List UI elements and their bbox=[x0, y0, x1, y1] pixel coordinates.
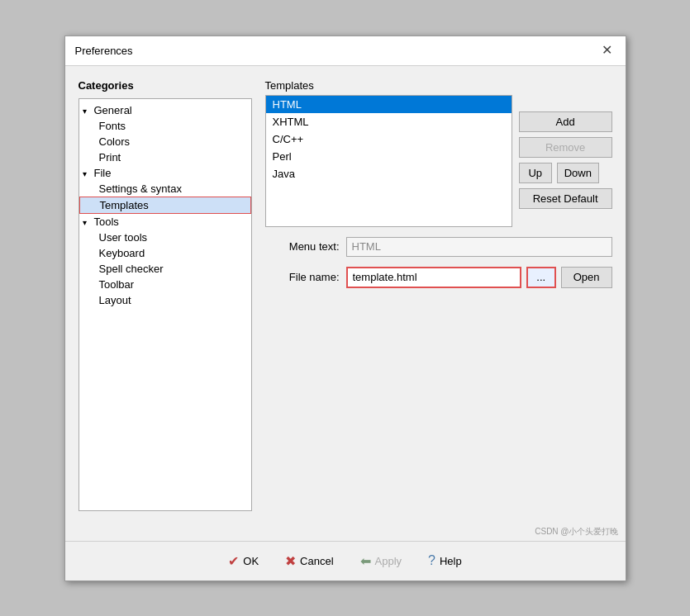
dialog-title: Preferences bbox=[75, 45, 133, 57]
file-name-label: File name: bbox=[265, 271, 340, 283]
sidebar-item-layout[interactable]: Layout bbox=[79, 292, 251, 308]
sidebar-item-settings[interactable]: Settings & syntax bbox=[79, 181, 251, 197]
main-area: Categories ▾General Fonts Colors Print ▾… bbox=[65, 66, 626, 524]
right-panel: Templates HTML XHTML C/C++ Perl Java bbox=[265, 79, 612, 511]
file-name-row: File name: ... Open bbox=[265, 267, 612, 288]
sidebar-item-general[interactable]: ▾General bbox=[79, 102, 251, 118]
templates-label: Templates bbox=[265, 79, 612, 92]
apply-icon: ⬅ bbox=[360, 553, 371, 569]
help-icon: ? bbox=[428, 553, 435, 568]
sidebar-item-usertools[interactable]: User tools bbox=[79, 230, 251, 245]
templates-buttons: Add Remove Up Down Reset Default bbox=[519, 95, 612, 227]
templates-list: HTML XHTML C/C++ Perl Java bbox=[265, 95, 512, 227]
sidebar-item-spellchecker[interactable]: Spell checker bbox=[79, 261, 251, 277]
add-button[interactable]: Add bbox=[519, 111, 612, 132]
cancel-icon: ✖ bbox=[285, 553, 296, 569]
preferences-dialog: Preferences ✕ Categories ▾General Fonts … bbox=[64, 36, 626, 581]
sidebar-item-file[interactable]: ▾File bbox=[79, 165, 251, 181]
cancel-label: Cancel bbox=[300, 555, 333, 567]
templates-section: Templates HTML XHTML C/C++ Perl Java bbox=[265, 79, 612, 227]
up-down-row: Up Down bbox=[519, 163, 612, 183]
cancel-button[interactable]: ✖ Cancel bbox=[278, 550, 340, 572]
ok-icon: ✔ bbox=[228, 553, 239, 569]
help-button[interactable]: ? Help bbox=[421, 550, 469, 571]
arrow-icon: ▾ bbox=[83, 107, 94, 116]
template-item-perl[interactable]: Perl bbox=[266, 148, 512, 165]
tree-container: ▾General Fonts Colors Print ▾File Settin… bbox=[79, 98, 252, 511]
template-item-java[interactable]: Java bbox=[266, 165, 512, 182]
file-name-input[interactable] bbox=[346, 267, 521, 288]
title-bar: Preferences ✕ bbox=[65, 36, 626, 66]
menu-text-input[interactable] bbox=[346, 237, 612, 257]
bottom-bar: ✔ OK ✖ Cancel ⬅ Apply ? Help bbox=[65, 541, 626, 580]
reset-default-button[interactable]: Reset Default bbox=[519, 188, 612, 209]
categories-label: Categories bbox=[79, 79, 252, 92]
sidebar-item-templates[interactable]: Templates bbox=[79, 197, 251, 214]
dialog-body: Categories ▾General Fonts Colors Print ▾… bbox=[65, 66, 626, 580]
arrow-icon: ▾ bbox=[83, 169, 94, 178]
apply-label: Apply bbox=[375, 555, 402, 567]
menu-text-label: Menu text: bbox=[265, 240, 340, 253]
watermark: CSDN @小个头爱打晚 bbox=[65, 524, 626, 541]
apply-button[interactable]: ⬅ Apply bbox=[354, 550, 409, 572]
template-item-xhtml[interactable]: XHTML bbox=[266, 113, 512, 130]
sidebar-item-colors[interactable]: Colors bbox=[79, 134, 251, 149]
templates-content: HTML XHTML C/C++ Perl Java Add Remove bbox=[265, 95, 612, 227]
ok-button[interactable]: ✔ OK bbox=[221, 550, 265, 572]
down-button[interactable]: Down bbox=[557, 163, 599, 183]
file-name-controls: ... Open bbox=[346, 267, 612, 288]
browse-button[interactable]: ... bbox=[526, 267, 556, 288]
open-button[interactable]: Open bbox=[561, 267, 612, 288]
arrow-icon: ▾ bbox=[83, 218, 94, 227]
template-item-html[interactable]: HTML bbox=[266, 96, 512, 113]
template-item-cpp[interactable]: C/C++ bbox=[266, 130, 512, 148]
remove-button[interactable]: Remove bbox=[519, 137, 612, 158]
sidebar-item-toolbar[interactable]: Toolbar bbox=[79, 277, 251, 292]
sidebar-item-print[interactable]: Print bbox=[79, 149, 251, 165]
sidebar-item-keyboard[interactable]: Keyboard bbox=[79, 245, 251, 261]
sidebar-item-tools[interactable]: ▾Tools bbox=[79, 214, 251, 230]
sidebar-item-fonts[interactable]: Fonts bbox=[79, 118, 251, 134]
close-button[interactable]: ✕ bbox=[598, 44, 616, 57]
ok-label: OK bbox=[243, 555, 259, 567]
left-panel: Categories ▾General Fonts Colors Print ▾… bbox=[79, 79, 252, 511]
templates-list-col: HTML XHTML C/C++ Perl Java bbox=[265, 95, 512, 227]
up-button[interactable]: Up bbox=[519, 163, 552, 183]
menu-text-row: Menu text: bbox=[265, 237, 612, 257]
help-label: Help bbox=[440, 555, 462, 567]
